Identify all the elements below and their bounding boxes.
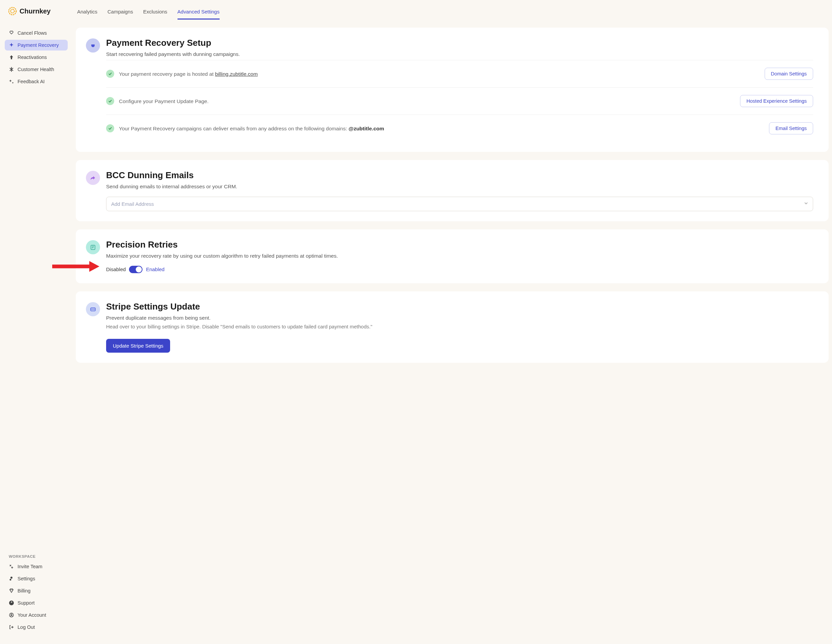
ws-logout[interactable]: Log Out bbox=[5, 622, 68, 633]
card-stripe-settings: Stripe Settings Update Prevent duplicate… bbox=[76, 291, 829, 363]
card-desc: Start recovering failed payments with du… bbox=[106, 50, 240, 58]
tab-campaigns[interactable]: Campaigns bbox=[107, 9, 133, 19]
ws-account[interactable]: Your Account bbox=[5, 610, 68, 620]
nav-reactivations[interactable]: Reactivations bbox=[5, 52, 68, 63]
nav-label: Reactivations bbox=[18, 54, 47, 60]
tab-advanced-settings[interactable]: Advanced Settings bbox=[178, 9, 220, 19]
nav-label: Payment Recovery bbox=[18, 42, 59, 48]
setup-text: Your Payment Recovery campaigns can deli… bbox=[119, 125, 764, 133]
nav-label: Billing bbox=[18, 588, 30, 593]
card-desc: Prevent duplicate messages from being se… bbox=[106, 314, 372, 322]
logout-icon bbox=[9, 625, 14, 630]
sparkle-icon bbox=[9, 42, 14, 48]
logo-mark-icon bbox=[8, 7, 17, 16]
domain-settings-button[interactable]: Domain Settings bbox=[765, 68, 813, 80]
workspace-section-label: WORKSPACE bbox=[5, 551, 68, 561]
nav-label: Invite Team bbox=[18, 564, 42, 569]
tabs: Analytics Campaigns Exclusions Advanced … bbox=[76, 0, 829, 19]
card-desc: Maximize your recovery rate by using our… bbox=[106, 252, 338, 260]
nav-customer-health[interactable]: Customer Health bbox=[5, 64, 68, 75]
check-icon bbox=[106, 97, 114, 105]
nav-label: Log Out bbox=[18, 625, 35, 630]
setup-row-email: Your Payment Recovery campaigns can deli… bbox=[106, 115, 813, 142]
bcc-email-input[interactable] bbox=[106, 197, 813, 211]
user-icon bbox=[9, 612, 14, 618]
card-payment-recovery-setup: Payment Recovery Setup Start recovering … bbox=[76, 28, 829, 152]
nav-label: Cancel Flows bbox=[18, 30, 47, 36]
nav-label: Feedback AI bbox=[18, 79, 45, 84]
setup-text: Configure your Payment Update Page. bbox=[119, 97, 735, 105]
nav-label: Your Account bbox=[18, 612, 46, 618]
nav-label: Customer Health bbox=[18, 67, 54, 72]
card-stack-icon bbox=[86, 302, 100, 316]
svg-marker-8 bbox=[89, 261, 99, 272]
nav-cancel-flows[interactable]: Cancel Flows bbox=[5, 28, 68, 38]
card-title: Payment Recovery Setup bbox=[106, 38, 240, 48]
forward-icon bbox=[86, 171, 100, 185]
compass-icon bbox=[9, 600, 14, 606]
tab-analytics[interactable]: Analytics bbox=[77, 9, 98, 19]
check-icon bbox=[106, 124, 114, 133]
retry-icon bbox=[86, 240, 100, 254]
setup-row-domain: Your payment recovery page is hosted at … bbox=[106, 60, 813, 87]
nav-label: Settings bbox=[18, 576, 35, 581]
recovery-page-link[interactable]: billing.zubtitle.com bbox=[215, 71, 258, 77]
logo[interactable]: Churnkey bbox=[5, 7, 68, 16]
asterisk-icon bbox=[9, 67, 14, 72]
heart-hands-icon bbox=[9, 30, 14, 36]
card-title: Precision Retries bbox=[106, 240, 338, 250]
gear-icon bbox=[9, 576, 14, 581]
ws-support[interactable]: Support bbox=[5, 598, 68, 608]
tab-exclusions[interactable]: Exclusions bbox=[143, 9, 167, 19]
nav-feedback-ai[interactable]: Feedback AI bbox=[5, 76, 68, 87]
card-title: BCC Dunning Emails bbox=[106, 170, 237, 181]
check-icon bbox=[106, 70, 114, 78]
hosted-experience-button[interactable]: Hosted Experience Settings bbox=[740, 95, 813, 107]
nav-label: Support bbox=[18, 600, 35, 606]
email-settings-button[interactable]: Email Settings bbox=[769, 122, 813, 134]
update-stripe-button[interactable]: Update Stripe Settings bbox=[106, 339, 170, 353]
setup-text: Your payment recovery page is hosted at … bbox=[119, 70, 760, 78]
card-precision-retries: Precision Retries Maximize your recovery… bbox=[76, 229, 829, 283]
plug-icon bbox=[86, 38, 100, 53]
svg-point-0 bbox=[9, 7, 16, 15]
precision-retries-toggle[interactable] bbox=[129, 266, 142, 273]
toggle-enabled-label: Enabled bbox=[146, 267, 164, 272]
svg-point-3 bbox=[10, 579, 11, 581]
svg-point-2 bbox=[10, 577, 13, 578]
card-title: Stripe Settings Update bbox=[106, 302, 372, 312]
sparkles-icon bbox=[9, 79, 14, 84]
send-up-icon bbox=[9, 54, 14, 60]
diamond-icon bbox=[9, 588, 14, 593]
ws-billing[interactable]: Billing bbox=[5, 585, 68, 596]
ws-invite-team[interactable]: Invite Team bbox=[5, 561, 68, 572]
svg-point-1 bbox=[11, 10, 14, 13]
card-desc-secondary: Head over to your billing settings in St… bbox=[106, 323, 372, 331]
brand-name: Churnkey bbox=[19, 7, 51, 15]
card-bcc-dunning: BCC Dunning Emails Send dunning emails t… bbox=[76, 160, 829, 221]
annotation-arrow-icon bbox=[52, 260, 99, 274]
ws-settings[interactable]: Settings bbox=[5, 573, 68, 584]
svg-point-6 bbox=[11, 614, 12, 615]
card-desc: Send dunning emails to internal addresse… bbox=[106, 182, 237, 190]
setup-row-hosted: Configure your Payment Update Page. Host… bbox=[106, 87, 813, 115]
toggle-disabled-label: Disabled bbox=[106, 267, 126, 272]
team-icon bbox=[9, 564, 14, 569]
nav-payment-recovery[interactable]: Payment Recovery bbox=[5, 40, 68, 51]
